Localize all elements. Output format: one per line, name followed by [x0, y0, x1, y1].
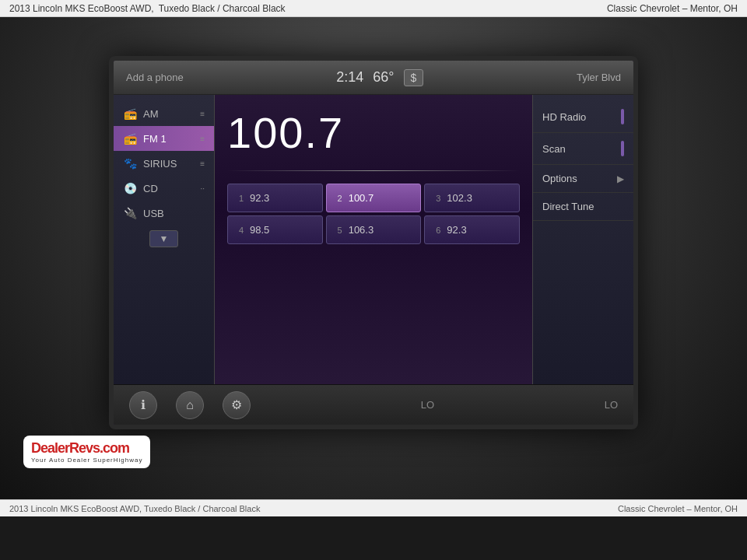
- dealer-info: Classic Chevrolet – Mentor, OH: [607, 3, 738, 14]
- info-button[interactable]: ℹ: [129, 391, 157, 419]
- scan-indicator: [621, 141, 624, 156]
- preset-5[interactable]: 5 106.3: [326, 215, 422, 244]
- bottom-bar: 2013 Lincoln MKS EcoBoost AWD, Tuxedo Bl…: [0, 499, 747, 516]
- bottom-title: 2013 Lincoln MKS EcoBoost AWD, Tuxedo Bl…: [9, 504, 260, 513]
- sirius-icon: 🐾: [123, 157, 137, 170]
- logo-text: DealerRevs.com: [31, 440, 142, 457]
- frequency-display: 100.7: [227, 107, 520, 158]
- fm1-dots: ≡: [200, 135, 205, 143]
- gear-icon: ⚙: [231, 397, 242, 412]
- direct-tune-button[interactable]: Direct Tune: [533, 193, 633, 221]
- temp-display: 66°: [373, 69, 394, 86]
- options-arrow: ▶: [617, 173, 624, 184]
- sidebar-dropdown[interactable]: ▼: [114, 226, 214, 252]
- add-phone-label[interactable]: Add a phone: [126, 72, 184, 83]
- am-icon: 📻: [123, 107, 137, 120]
- am-label: AM: [143, 108, 159, 120]
- preset-4[interactable]: 4 98.5: [227, 215, 323, 244]
- page-title: 2013 Lincoln MKS EcoBoost AWD,: [9, 3, 154, 14]
- preset-3[interactable]: 3 102.3: [424, 184, 520, 212]
- sirius-dots: ≡: [200, 159, 205, 168]
- settings-button[interactable]: ⚙: [223, 391, 251, 419]
- scan-button[interactable]: Scan: [533, 133, 633, 165]
- center-info: 2:14 66° $: [336, 69, 423, 86]
- sidebar-item-sirius[interactable]: 🐾 SIRIUS ≡: [114, 151, 214, 176]
- options-label: Options: [542, 173, 577, 184]
- top-bar: 2013 Lincoln MKS EcoBoost AWD, Tuxedo Bl…: [0, 0, 747, 17]
- usb-label: USB: [143, 208, 164, 219]
- location-display: Tyler Blvd: [577, 72, 621, 83]
- fm1-icon: 📻: [123, 132, 137, 145]
- hd-radio-label: HD Radio: [542, 111, 586, 123]
- sidebar-item-am[interactable]: 📻 AM ≡: [114, 101, 214, 126]
- bottom-dealer: Classic Chevrolet – Mentor, OH: [618, 504, 738, 513]
- lo-left-label: LO: [421, 399, 434, 411]
- watermark: DealerRevs.com Your Auto Dealer SuperHig…: [23, 436, 150, 468]
- preset-6[interactable]: 6 92.3: [424, 215, 520, 244]
- sidebar-item-fm1[interactable]: 📻 FM 1 ≡: [114, 126, 214, 151]
- preset-2[interactable]: 2 100.7: [326, 184, 422, 212]
- screen-center: 100.7 1 92.3 2 100.7 3 102.3: [215, 95, 532, 384]
- usb-icon: 🔌: [123, 207, 137, 219]
- screen-topbar: Add a phone 2:14 66° $ Tyler Blvd: [114, 61, 633, 95]
- info-icon: ℹ: [141, 397, 146, 412]
- dropdown-arrow[interactable]: ▼: [149, 230, 179, 247]
- screen-bottombar: ℹ ⌂ ⚙ LO LO: [114, 384, 633, 425]
- source-sidebar: 📻 AM ≡ 📻 FM 1 ≡ 🐾 SIRIUS ≡: [114, 95, 215, 384]
- cd-icon: 💿: [123, 182, 137, 194]
- direct-tune-label: Direct Tune: [542, 201, 594, 212]
- screen-content: Add a phone 2:14 66° $ Tyler Blvd 📻 AM ≡: [114, 61, 633, 425]
- fm1-label: FM 1: [143, 133, 167, 145]
- screen-right-panel: HD Radio Scan Options ▶ Direct Tune: [532, 95, 633, 384]
- home-button[interactable]: ⌂: [176, 391, 204, 419]
- color-info: Tuxedo Black / Charcoal Black: [159, 3, 286, 14]
- preset-buttons: 1 92.3 2 100.7 3 102.3 4: [227, 184, 520, 244]
- watermark-logo: DealerRevs.com Your Auto Dealer SuperHig…: [23, 436, 150, 468]
- home-icon: ⌂: [186, 398, 194, 412]
- cd-label: CD: [143, 183, 158, 194]
- time-display: 2:14: [336, 69, 363, 86]
- logo-tagline: Your Auto Dealer SuperHighway: [31, 457, 142, 464]
- infotainment-screen: Add a phone 2:14 66° $ Tyler Blvd 📻 AM ≡: [109, 56, 638, 429]
- sidebar-item-cd[interactable]: 💿 CD ··: [114, 176, 214, 201]
- photo-area: DealerRevs.com Your Auto Dealer SuperHig…: [0, 17, 747, 499]
- dollar-button[interactable]: $: [404, 69, 424, 86]
- scan-label: Scan: [542, 143, 566, 155]
- screen-main: 📻 AM ≡ 📻 FM 1 ≡ 🐾 SIRIUS ≡: [114, 95, 633, 384]
- sidebar-item-usb[interactable]: 🔌 USB: [114, 201, 214, 226]
- bottom-icons: ℹ ⌂ ⚙: [129, 391, 251, 419]
- cd-dots: ··: [200, 184, 205, 193]
- lo-right-label: LO: [605, 399, 618, 411]
- options-button[interactable]: Options ▶: [533, 165, 633, 193]
- sirius-label: SIRIUS: [143, 158, 177, 170]
- hd-radio-button[interactable]: HD Radio: [533, 101, 633, 133]
- hd-radio-indicator: [621, 109, 624, 124]
- freq-divider: [227, 170, 520, 171]
- preset-1[interactable]: 1 92.3: [227, 184, 323, 212]
- am-dots: ≡: [200, 110, 205, 118]
